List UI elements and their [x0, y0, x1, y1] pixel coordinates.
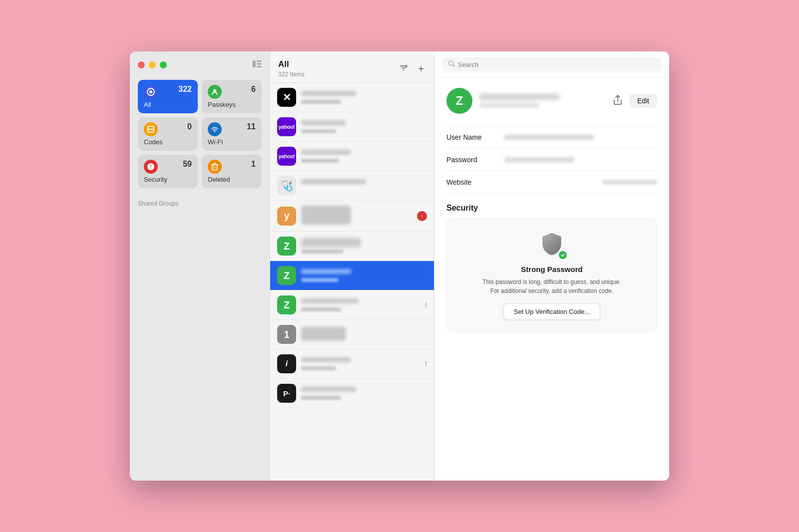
item-title [301, 119, 427, 127]
item-title [301, 297, 420, 305]
maximize-button[interactable] [160, 61, 167, 68]
security-section: Security [446, 204, 657, 332]
search-input[interactable] [458, 61, 655, 68]
deleted-icon [208, 160, 222, 174]
search-bar [442, 57, 661, 71]
item-subtitle [301, 128, 427, 134]
detail-actions: Edit [610, 92, 657, 110]
item-subtitle [301, 187, 427, 193]
sidebar-item-all[interactable]: 322 All [138, 80, 198, 113]
passkeys-icon [208, 85, 222, 99]
wifi-count: 11 [247, 122, 256, 131]
all-label: All [144, 101, 192, 108]
detail-search [434, 51, 669, 78]
item-title [301, 238, 427, 247]
minimize-button[interactable] [149, 61, 156, 68]
all-count: 322 [178, 85, 192, 94]
svg-point-10 [152, 129, 153, 130]
item-title [301, 327, 427, 341]
sidebar-item-passkeys[interactable]: 6 Passkeys [202, 80, 262, 113]
list-item[interactable]: Z [270, 261, 434, 290]
app-icon-z3: Z [277, 295, 296, 314]
list-item[interactable]: 🩺 [270, 171, 434, 201]
svg-point-5 [149, 90, 152, 93]
item-info [301, 119, 427, 134]
security-label: Security [144, 176, 192, 183]
password-field: Password [446, 149, 657, 171]
list-item[interactable]: ✕ [270, 83, 434, 112]
password-value [504, 157, 657, 162]
app-icon-z1: Z [277, 237, 296, 256]
passkeys-label: Passkeys [208, 101, 256, 108]
item-info [301, 297, 420, 312]
detail-url [479, 103, 539, 108]
list-item[interactable]: i ! [270, 349, 434, 379]
share-button[interactable] [610, 92, 625, 110]
item-title [301, 149, 427, 156]
item-subtitle [301, 99, 427, 105]
category-grid: 322 All 6 Passkeys [138, 80, 262, 188]
detail-panel: Z Edit User Name [434, 51, 669, 481]
username-value [504, 135, 657, 140]
website-field: Website [446, 171, 657, 194]
svg-text:!: ! [150, 164, 151, 170]
item-info [301, 206, 412, 226]
sort-button[interactable] [397, 62, 410, 76]
item-info [301, 238, 427, 255]
sidebar-item-security[interactable]: ! 59 Security [138, 155, 198, 188]
item-title [301, 178, 427, 186]
sidebar-item-deleted[interactable]: 1 Deleted [202, 155, 262, 188]
username-label: User Name [446, 133, 496, 141]
edit-button[interactable]: Edit [629, 94, 657, 108]
app-icon-medical: 🩺 [277, 176, 296, 195]
item-info [301, 356, 420, 371]
list-item[interactable]: yahoo! [270, 112, 434, 142]
window-controls [138, 59, 262, 70]
shield-icon-wrap [539, 231, 565, 259]
svg-point-9 [150, 129, 152, 130]
list-panel: All 322 Items + ✕ [270, 51, 434, 481]
sidebar-toggle-icon[interactable] [253, 59, 262, 70]
sidebar-item-codes[interactable]: 0 Codes [138, 117, 198, 151]
add-button[interactable]: + [416, 62, 426, 76]
all-icon [144, 85, 158, 99]
excl-badge: ! [425, 360, 427, 368]
app-icon-x: ✕ [277, 88, 296, 107]
list-title: All [278, 59, 305, 69]
avatar: Z [446, 88, 472, 114]
list-item[interactable]: 1 [270, 320, 434, 349]
sidebar-item-wifi[interactable]: 11 Wi-Fi [202, 117, 262, 151]
set-up-verification-button[interactable]: Set Up Verification Code... [503, 303, 600, 320]
app-window: 322 All 6 Passkeys [130, 51, 669, 481]
item-subtitle [301, 249, 427, 255]
item-info [301, 268, 427, 283]
strong-password-title: Strong Password [457, 265, 647, 273]
svg-line-19 [453, 65, 454, 66]
item-subtitle [301, 395, 427, 401]
list-item[interactable]: Z [270, 232, 434, 261]
security-section-title: Security [446, 204, 657, 213]
app-icon-p: P· [277, 384, 296, 403]
list-count: 322 Items [278, 71, 305, 78]
list-item[interactable]: yahoo! [270, 142, 434, 171]
password-label: Password [446, 156, 496, 164]
item-info [301, 178, 427, 193]
detail-title-area [479, 94, 603, 108]
deleted-label: Deleted [208, 176, 256, 183]
wifi-icon [208, 122, 222, 136]
app-icon-yahoo: yahoo! [277, 117, 296, 136]
detail-header: Z Edit [446, 88, 657, 114]
detail-app-name [479, 94, 559, 100]
svg-rect-14 [212, 165, 217, 170]
deleted-count: 1 [251, 160, 256, 169]
security-card: Strong Password This password is long, d… [446, 219, 657, 332]
svg-rect-1 [257, 60, 262, 62]
passkeys-count: 6 [251, 85, 256, 94]
item-info [301, 149, 427, 164]
list-items: ✕ yahoo! yahoo! [270, 83, 434, 481]
item-subtitle [301, 277, 427, 283]
list-item[interactable]: y ! [270, 201, 434, 232]
list-item[interactable]: Z ! [270, 290, 434, 320]
list-item[interactable]: P· [270, 379, 434, 408]
close-button[interactable] [138, 61, 145, 68]
